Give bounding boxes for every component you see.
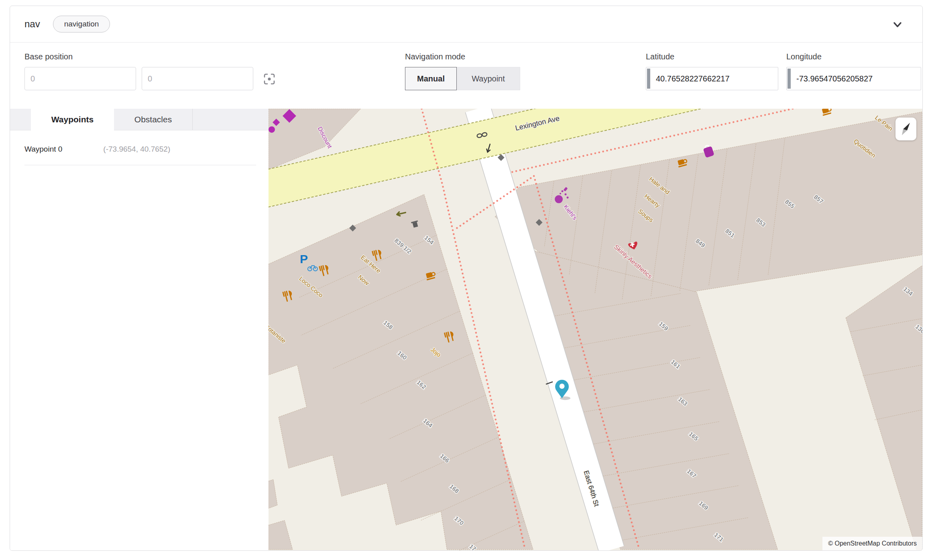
base-x-input[interactable]: [24, 67, 136, 90]
latitude-drag-handle[interactable]: [647, 69, 650, 89]
navigation-mode-toggle: Manual Waypoint: [405, 67, 520, 90]
latitude-label: Latitude: [646, 52, 674, 61]
base-position-label: Base position: [24, 52, 73, 61]
longitude-field: [786, 67, 921, 90]
waypoint-panel: Waypoints Obstacles Waypoint 0 (-73.9654…: [10, 109, 269, 550]
locate-crosshair-icon[interactable]: [263, 73, 275, 85]
tab-obstacles[interactable]: Obstacles: [114, 109, 193, 130]
compass-needle-icon: [895, 118, 916, 140]
latitude-input[interactable]: [646, 67, 778, 90]
settings-row: Base position Navigation mode Manual Way…: [10, 43, 922, 109]
latitude-field: [646, 67, 778, 90]
nav-panel: nav navigation Base position Navigation …: [10, 6, 923, 551]
mode-waypoint-button[interactable]: Waypoint: [457, 67, 520, 90]
map-attribution: © OpenStreetMap Contributors: [822, 537, 922, 550]
panel-title: nav: [24, 18, 40, 30]
panel-type-badge: navigation: [53, 16, 110, 32]
waypoint-list-item[interactable]: Waypoint 0 (-73.9654, 40.7652): [24, 145, 256, 165]
longitude-drag-handle[interactable]: [788, 69, 791, 89]
tab-waypoints[interactable]: Waypoints: [31, 109, 114, 130]
navigation-mode-label: Navigation mode: [405, 52, 465, 61]
map-view[interactable]: P Lexington AveEast 64th StDiscountKiehl…: [269, 109, 922, 550]
map-canvas[interactable]: P Lexington AveEast 64th StDiscountKiehl…: [269, 109, 922, 550]
longitude-input[interactable]: [786, 67, 921, 90]
waypoint-coords: (-73.9654, 40.7652): [103, 145, 170, 154]
panel-header: nav navigation: [10, 6, 922, 43]
mode-manual-button[interactable]: Manual: [405, 67, 457, 90]
waypoint-name: Waypoint 0: [24, 145, 62, 154]
tab-bar: Waypoints Obstacles: [10, 109, 269, 130]
compass-reset-button[interactable]: [895, 118, 916, 140]
chevron-down-icon[interactable]: [891, 18, 904, 31]
base-y-input[interactable]: [142, 67, 253, 90]
longitude-label: Longitude: [786, 52, 822, 61]
svg-text:P: P: [300, 252, 308, 266]
